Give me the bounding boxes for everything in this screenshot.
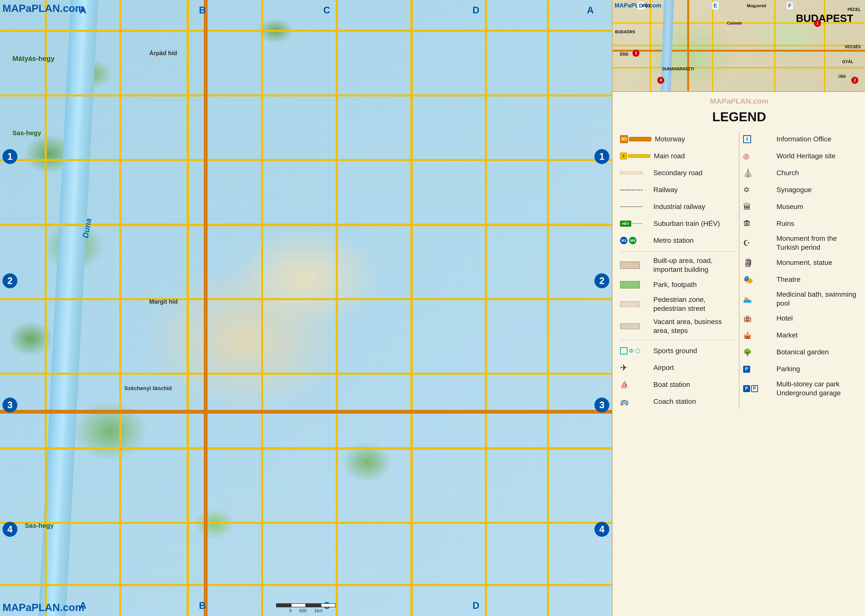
legend-label-pedestrian: Pedestrian zone, pedestrian street (653, 295, 735, 313)
legend-item-parking: P Parking (743, 362, 858, 377)
legend-sep-1 (620, 251, 735, 252)
watermark-suffix: PLAN.com (32, 3, 84, 14)
parking-outline-icon: P (751, 385, 758, 392)
parking-blue-icon: P (743, 385, 750, 392)
map-watermark-top: MAPaPLAN.com (3, 3, 84, 14)
legend-symbol-suburban-train: HÉV (620, 221, 650, 226)
legend-symbol-sports: Φ ⬡ (620, 347, 650, 355)
mini-road-x1 (650, 0, 651, 91)
legend-label-monument-statue: Monument, statue (777, 258, 832, 267)
metro-m4-icon: M4 (629, 237, 637, 244)
legend-item-world-heritage: ◎ World Heritage site (743, 149, 858, 163)
coach-icon: 🚌 (620, 398, 629, 406)
legend-label-park: Park, footpath (653, 280, 696, 289)
scale-seg-2 (291, 603, 306, 607)
ruins-icon: 🏚 (743, 219, 751, 228)
legend-label-synagogue: Synagogue (777, 185, 812, 194)
legend-item-monument-statue: 🗿 Monument, statue (743, 255, 858, 270)
built-up-icon (620, 261, 640, 269)
legend-symbol-airport: ✈ (620, 363, 650, 373)
scale-seg-4 (321, 603, 336, 607)
botanical-icon: 🌳 (743, 348, 752, 356)
grid-letter-a-bottom: A (587, 5, 594, 16)
city-vecsés: VECSÉS (845, 45, 861, 49)
park-icon (620, 281, 640, 289)
theatre-icon: 🎭 (743, 275, 753, 284)
sports-box-icon (620, 347, 627, 355)
grid-letter-d-btm: D (473, 600, 479, 611)
metro-m3-icon: M3 (620, 237, 627, 244)
legend-label-museum: Museum (777, 202, 803, 211)
legend-item-motorway: M3 Motorway (620, 132, 735, 147)
legend-symbol-museum: 🏛 (743, 202, 773, 211)
legend-symbol-parking-multi: P P (743, 385, 773, 392)
legend-symbol-railway (620, 190, 650, 190)
sports-circle-icon: ⬡ (635, 347, 640, 354)
legend-item-synagogue: ✡ Synagogue (743, 182, 858, 197)
legend-label-boat: Boat station (653, 380, 690, 389)
legend-symbol-botanical: 🌳 (743, 348, 773, 356)
city-erd: ÉRD (620, 52, 629, 57)
scale-1km: 1km (314, 608, 323, 613)
mini-badge-3: 3 (632, 50, 640, 57)
legend-item-railway: Railway (620, 182, 735, 197)
railway-icon (620, 190, 643, 190)
city-csomore: Csömör (727, 21, 742, 25)
legend-item-ruins: 🏚 Ruins (743, 216, 858, 231)
legend-symbol-ruins: 🏚 (743, 219, 773, 228)
sasihegy-label: Sas-hegy (13, 129, 41, 137)
church-icon: ⛪ (743, 168, 753, 178)
mini-road-x2 (712, 0, 713, 91)
city-budaors: BUDAÖRS (615, 30, 635, 34)
legend-left-column: M3 Motorway 3 Main road Se (620, 132, 735, 409)
mini-motorway-y (613, 50, 865, 52)
legend-item-botanical: 🌳 Botanical garden (743, 345, 858, 360)
mini-badge-2: 2 (851, 77, 858, 84)
legend-symbol-industrial-railway (620, 206, 650, 207)
legend-item-sports: Φ ⬡ Sports ground (620, 343, 735, 358)
legend-item-airport: ✈ Airport (620, 360, 735, 375)
legend-symbol-world-heritage: ◎ (743, 152, 773, 160)
legend-symbol-hotel: 🏨 (743, 314, 773, 322)
legend-label-parking: Parking (777, 365, 800, 374)
grid-num-4-right: 4 (594, 522, 609, 537)
legend-watermark: MAPaPLAN.com (710, 97, 768, 105)
main-road-badge-icon: 3 (620, 152, 627, 160)
legend-item-main-road: 3 Main road (620, 149, 735, 163)
parking-multi-icon: P P (743, 385, 758, 392)
legend-symbol-coach: 🚌 (620, 398, 650, 406)
main-map: A B C D A A B C D 1 2 3 4 1 2 3 4 Duna M… (0, 0, 612, 616)
legend-label-theatre: Theatre (777, 275, 800, 284)
museum-icon: 🏛 (743, 202, 751, 211)
city-ullo: Üllő (838, 74, 846, 79)
legend-column-divider (739, 132, 739, 409)
city-mogyorod: Mogyoród (747, 4, 766, 8)
legend-label-industrial-railway: Industrial railway (653, 202, 705, 211)
legend-symbol-boat: ⛵ (620, 381, 650, 389)
legend-symbol-motorway: M3 (620, 135, 651, 143)
legend-symbol-monument-turkish: ☪ (743, 238, 773, 248)
legend-label-parking-multi: Multi-storey car park Underground garage (777, 380, 858, 398)
info-icon: i (743, 135, 751, 143)
scale-0: 0 (289, 608, 292, 613)
scale-area: 0 500 1km (276, 603, 336, 613)
legend-label-suburban-train: Suburban train (HÉV) (653, 219, 720, 228)
budapest-mini-title: BUDAPEST (796, 13, 853, 24)
legend-symbol-market: 🎪 (743, 331, 773, 339)
legend-symbol-church: ⛪ (743, 168, 773, 178)
legend-label-church: Church (777, 168, 799, 178)
matyashegy-label: Mátyás-hegy (13, 55, 55, 63)
motorway-line-icon (629, 137, 651, 141)
legend-symbol-synagogue: ✡ (743, 185, 773, 195)
suburban-train-icon: HÉV (620, 221, 642, 226)
legend-item-park: Park, footpath (620, 277, 735, 292)
grid-letter-d: D (473, 5, 479, 16)
right-panel: MAPaPLAN.com BUDAPEST E F D 1 2 3 4 FOT … (612, 0, 865, 616)
legend-item-coach: 🚌 Coach station (620, 394, 735, 409)
legend-symbol-pedestrian (620, 301, 650, 307)
grid-num-2-left: 2 (3, 273, 17, 288)
mini-badge-1: 1 (814, 20, 821, 27)
legend-label-botanical: Botanical garden (777, 347, 829, 357)
monument-turkish-icon: ☪ (743, 238, 750, 248)
legend-label-railway: Railway (653, 185, 678, 194)
